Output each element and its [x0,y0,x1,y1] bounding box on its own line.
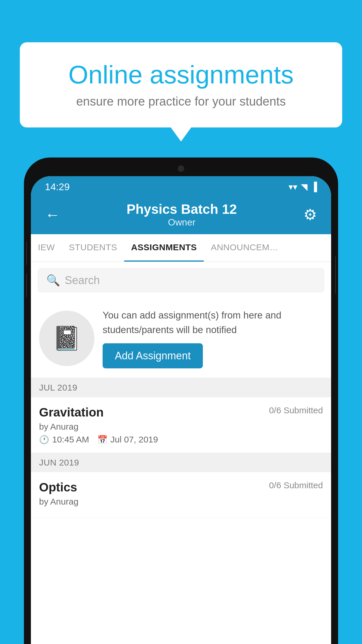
speech-bubble-subtitle: ensure more practice for your students [40,94,322,108]
tab-announcements[interactable]: ANNOUNCEM… [204,234,285,262]
side-button-power [335,256,336,294]
status-bar: 14:29 ▾▾ ◥ ▐ [31,176,331,196]
phone-inner: 14:29 ▾▾ ◥ ▐ ← Physics Batch 12 Owner ⚙ … [26,160,336,644]
assignment-header-optics: Optics 0/6 Submitted [39,480,323,494]
promo-right: You can add assignment(s) from here and … [103,308,323,368]
search-icon: 🔍 [46,274,60,287]
battery-icon: ▐ [311,182,317,192]
assignment-item-gravitation[interactable]: Gravitation 0/6 Submitted by Anurag 🕐 10… [31,397,331,453]
month-separator-jul: JUL 2019 [31,378,331,397]
add-assignment-button[interactable]: Add Assignment [103,343,203,368]
screen-content: 🔍 Search 📓 You can add assignment(s) fro… [31,262,331,644]
header-subtitle: Owner [126,217,237,228]
speech-bubble-title: Online assignments [40,60,322,89]
side-button-volume-up [26,242,27,265]
phone-frame: 14:29 ▾▾ ◥ ▐ ← Physics Batch 12 Owner ⚙ … [24,158,338,644]
assignment-author-optics: by Anurag [39,497,323,507]
status-time: 14:29 [45,181,70,192]
assignment-title-optics: Optics [39,480,77,494]
assignment-date: 📅 Jul 07, 2019 [97,435,158,444]
tab-iew[interactable]: IEW [31,234,62,262]
assignment-author-gravitation: by Anurag [39,422,323,432]
assignment-title-gravitation: Gravitation [39,405,104,419]
search-bar[interactable]: 🔍 Search [38,268,324,292]
speech-bubble-container: Online assignments ensure more practice … [20,42,342,127]
assignment-time-value: 10:45 AM [52,435,89,444]
assignment-submitted-gravitation: 0/6 Submitted [269,405,323,415]
search-placeholder: Search [65,274,100,287]
header-title: Physics Batch 12 [126,201,237,217]
assignment-meta-gravitation: 🕐 10:45 AM 📅 Jul 07, 2019 [39,435,323,444]
promo-text: You can add assignment(s) from here and … [103,308,323,337]
clock-icon: 🕐 [39,435,49,444]
assignment-date-value: Jul 07, 2019 [110,435,158,444]
tab-students[interactable]: STUDENTS [62,234,124,262]
wifi-icon: ▾▾ [289,182,297,192]
month-separator-jun: JUN 2019 [31,453,331,472]
app-header: ← Physics Batch 12 Owner ⚙ [31,196,331,234]
status-icons: ▾▾ ◥ ▐ [289,182,317,192]
signal-icon: ◥ [301,182,307,192]
assignment-submitted-optics: 0/6 Submitted [269,480,323,490]
assignment-item-optics[interactable]: Optics 0/6 Submitted by Anurag [31,472,331,518]
settings-icon[interactable]: ⚙ [303,206,317,223]
tabs-bar: IEW STUDENTS ASSIGNMENTS ANNOUNCEM… [31,234,331,262]
header-center: Physics Batch 12 Owner [126,201,237,228]
back-button[interactable]: ← [45,206,60,223]
promo-icon-circle: 📓 [39,311,94,366]
phone-notch [152,160,210,175]
tab-assignments[interactable]: ASSIGNMENTS [124,234,204,262]
side-button-volume-down [26,274,27,297]
calendar-icon: 📅 [97,435,108,444]
assignment-time: 🕐 10:45 AM [39,435,89,444]
phone-screen: 14:29 ▾▾ ◥ ▐ ← Physics Batch 12 Owner ⚙ … [31,176,331,644]
promo-section: 📓 You can add assignment(s) from here an… [31,299,331,378]
search-bar-container: 🔍 Search [31,262,331,299]
notebook-icon: 📓 [52,325,81,352]
front-camera [178,165,184,172]
speech-bubble: Online assignments ensure more practice … [20,42,342,127]
assignment-header: Gravitation 0/6 Submitted [39,405,323,419]
